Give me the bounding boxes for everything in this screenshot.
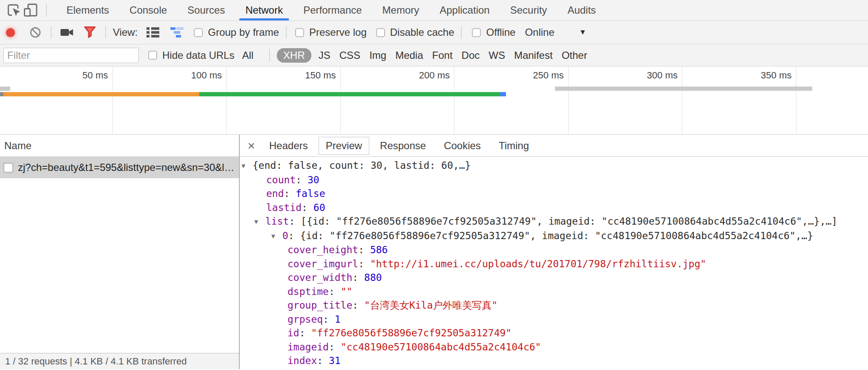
detail-tab-preview[interactable]: Preview bbox=[319, 137, 369, 155]
json-tree-row[interactable]: group_title: "台湾美女Kila户外唯美写真" bbox=[240, 298, 868, 312]
requests-panel: Name zj?ch=beauty&t1=595&listtype=new&sn… bbox=[0, 135, 240, 369]
detail-tab-headers[interactable]: Headers bbox=[262, 137, 315, 155]
tab-console[interactable]: Console bbox=[119, 0, 177, 20]
json-segment-num: 30 bbox=[308, 174, 319, 185]
detail-tab-response[interactable]: Response bbox=[373, 137, 433, 155]
tab-security[interactable]: Security bbox=[500, 0, 558, 20]
json-tree-row[interactable]: index: 31 bbox=[240, 354, 868, 368]
network-main-area: Name zj?ch=beauty&t1=595&listtype=new&sn… bbox=[0, 135, 868, 369]
json-segment-plain: : bbox=[329, 341, 341, 353]
json-segment-plain: : bbox=[289, 216, 301, 227]
json-segment-key: end bbox=[266, 188, 284, 199]
json-segment-plain: : bbox=[358, 258, 370, 269]
json-tree-row[interactable]: ▼0: {id: "ff276e8056f58896e7cf92505a3127… bbox=[240, 229, 868, 243]
json-segment-str: "台湾美女Kila户外唯美写真" bbox=[364, 300, 497, 311]
json-tree-row[interactable]: cover_imgurl: "http://i1.umei.cc/uploads… bbox=[240, 257, 868, 271]
hide-data-urls-checkbox[interactable] bbox=[148, 51, 157, 60]
ruler-gridline bbox=[340, 66, 341, 134]
record-button[interactable] bbox=[6, 28, 15, 37]
json-tree-row[interactable]: dsptime: "" bbox=[240, 285, 868, 299]
tab-performance[interactable]: Performance bbox=[293, 0, 372, 20]
close-icon[interactable]: × bbox=[244, 139, 259, 153]
ruler-gridline bbox=[226, 66, 227, 134]
filter-type-all[interactable]: All bbox=[242, 49, 253, 61]
filter-type-ws[interactable]: WS bbox=[489, 49, 505, 61]
timeline-overview[interactable]: 50 ms100 ms150 ms200 ms250 ms300 ms350 m… bbox=[0, 66, 868, 135]
tab-application[interactable]: Application bbox=[429, 0, 500, 20]
expand-arrow-icon[interactable]: ▼ bbox=[241, 159, 253, 173]
inspect-element-icon[interactable] bbox=[5, 2, 22, 19]
filter-type-css[interactable]: CSS bbox=[339, 49, 360, 61]
ruler-label: 300 ms bbox=[647, 70, 678, 81]
json-segment-key: id bbox=[287, 327, 299, 338]
json-segment-plain: : bbox=[317, 355, 329, 366]
json-segment-num: 586 bbox=[370, 244, 388, 255]
json-tree-row[interactable]: end: false bbox=[240, 187, 868, 201]
throttling-value[interactable]: Online bbox=[525, 26, 554, 38]
overview-request-bar bbox=[3, 92, 199, 96]
filter-type-media[interactable]: Media bbox=[395, 49, 423, 61]
expand-arrow-icon[interactable]: ▼ bbox=[254, 215, 265, 229]
json-segment-key: list bbox=[265, 216, 289, 227]
tab-elements[interactable]: Elements bbox=[56, 0, 119, 20]
json-tree-row[interactable]: lastid: 60 bbox=[240, 201, 868, 215]
throttling-dropdown-arrow-icon[interactable]: ▼ bbox=[579, 28, 586, 37]
json-segment-plain: {id: "ff276e8056f58896e7cf92505a312749",… bbox=[300, 230, 813, 241]
divider bbox=[269, 49, 270, 62]
waterfall-view-icon[interactable] bbox=[169, 24, 186, 41]
expand-arrow-icon[interactable]: ▼ bbox=[271, 229, 282, 243]
panel-tabs: ElementsConsoleSourcesNetworkPerformance… bbox=[56, 0, 606, 20]
filter-type-doc[interactable]: Doc bbox=[462, 49, 480, 61]
detail-tab-cookies[interactable]: Cookies bbox=[437, 137, 488, 155]
json-tree-row[interactable]: cover_height: 586 bbox=[240, 243, 868, 257]
list-view-icon[interactable] bbox=[144, 24, 161, 41]
divider bbox=[46, 4, 47, 17]
tab-sources[interactable]: Sources bbox=[177, 0, 235, 20]
view-label: View: bbox=[113, 26, 138, 38]
overview-request-bar bbox=[500, 92, 506, 96]
filter-type-img[interactable]: Img bbox=[369, 49, 386, 61]
json-segment-key: grpseq bbox=[287, 314, 323, 325]
json-tree-row[interactable]: cover_width: 880 bbox=[240, 271, 868, 285]
filter-funnel-icon[interactable] bbox=[81, 24, 98, 41]
tab-network[interactable]: Network bbox=[235, 0, 293, 20]
json-segment-key: cover_width bbox=[287, 272, 352, 283]
filter-type-manifest[interactable]: Manifest bbox=[514, 49, 553, 61]
json-segment-str: "http://i1.umei.cc/uploads/tu/201701/798… bbox=[370, 258, 706, 269]
json-segment-key: count bbox=[266, 174, 296, 185]
tab-audits[interactable]: Audits bbox=[557, 0, 606, 20]
preserve-log-option: Preserve log bbox=[295, 26, 367, 38]
json-segment-num: false bbox=[296, 188, 325, 199]
filter-type-font[interactable]: Font bbox=[432, 49, 453, 61]
filter-type-other[interactable]: Other bbox=[562, 49, 587, 61]
divider bbox=[51, 26, 52, 39]
detail-tab-timing[interactable]: Timing bbox=[491, 137, 536, 155]
json-tree-row[interactable]: ▼list: [{id: "ff276e8056f58896e7cf92505a… bbox=[240, 214, 868, 229]
json-tree-row[interactable]: id: "ff276e8056f58896e7cf92505a312749" bbox=[240, 326, 868, 340]
filter-type-xhr[interactable]: XHR bbox=[277, 48, 311, 63]
clear-icon[interactable] bbox=[27, 24, 44, 41]
json-tree-row[interactable]: grpseq: 1 bbox=[240, 312, 868, 327]
json-segment-key: imageid bbox=[287, 341, 329, 353]
json-preview-tree: ▼{end: false, count: 30, lastid: 60,…}co… bbox=[240, 157, 868, 369]
request-row[interactable]: zj?ch=beauty&t1=595&listtype=new&sn=30&l… bbox=[0, 157, 239, 178]
screenshots-camera-icon[interactable] bbox=[58, 24, 75, 41]
filter-input[interactable] bbox=[3, 48, 139, 63]
device-toolbar-icon[interactable] bbox=[22, 2, 39, 19]
json-tree-row[interactable]: imageid: "cc48190e57100864abc4d55a2c4104… bbox=[240, 340, 868, 354]
details-tabbar: × HeadersPreviewResponseCookiesTiming bbox=[240, 135, 868, 157]
disable-cache-checkbox[interactable] bbox=[376, 28, 385, 37]
request-details-panel: × HeadersPreviewResponseCookiesTiming ▼{… bbox=[240, 135, 868, 369]
disable-cache-label: Disable cache bbox=[390, 26, 454, 38]
group-by-frame-checkbox[interactable] bbox=[194, 28, 203, 37]
ruler-label: 250 ms bbox=[533, 70, 563, 81]
json-tree-row[interactable]: ▼{end: false, count: 30, lastid: 60,…} bbox=[240, 159, 868, 173]
tab-memory[interactable]: Memory bbox=[372, 0, 430, 20]
offline-checkbox[interactable] bbox=[472, 28, 481, 37]
name-column-header[interactable]: Name bbox=[0, 135, 239, 157]
json-tree-row[interactable]: count: 30 bbox=[240, 173, 868, 187]
json-segment-key: cover_imgurl bbox=[287, 258, 358, 269]
filter-type-js[interactable]: JS bbox=[319, 49, 331, 61]
offline-label: Offline bbox=[486, 26, 515, 38]
preserve-log-checkbox[interactable] bbox=[295, 28, 304, 37]
